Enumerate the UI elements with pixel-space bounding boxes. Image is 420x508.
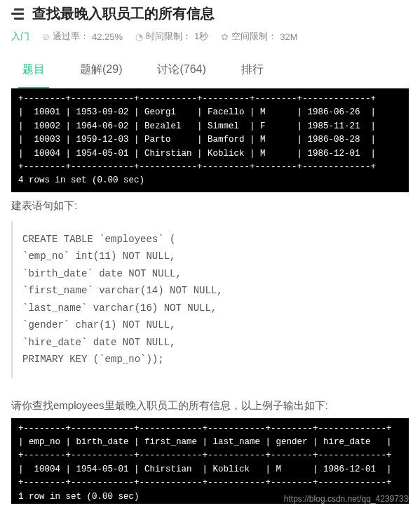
- space-limit-label: 空间限制：: [231, 30, 277, 43]
- pass-rate-value: 42.25%: [92, 32, 123, 42]
- time-limit-label: 时间限制：: [146, 30, 191, 43]
- page-title: 查找最晚入职员工的所有信息: [32, 4, 215, 23]
- create-table-sql: CREATE TABLE `employees` ( `emp_no` int(…: [11, 221, 409, 378]
- tab-discuss[interactable]: 讨论(764): [153, 53, 210, 88]
- section-heading: 建表语句如下:: [0, 192, 420, 218]
- tab-solutions[interactable]: 题解(29): [76, 53, 126, 88]
- clock-icon: ◔: [135, 32, 143, 42]
- tabs: 题目 题解(29) 讨论(764) 排行: [0, 53, 420, 88]
- pass-rate-label: 通过率：: [53, 30, 89, 43]
- menu-icon[interactable]: [11, 8, 25, 20]
- tab-problem[interactable]: 题目: [18, 53, 49, 88]
- terminal-output-bottom: +--------+------------+------------+----…: [11, 418, 409, 504]
- tab-rank[interactable]: 排行: [237, 53, 268, 88]
- gear-icon: ✿: [221, 32, 229, 42]
- check-icon: ⊘: [42, 32, 50, 42]
- pass-rate: ⊘ 通过率： 42.25%: [42, 30, 123, 43]
- time-limit-value: 1秒: [194, 30, 208, 43]
- space-limit: ✿ 空间限制： 32M: [221, 30, 297, 43]
- watermark: https://blog.csdn.net/qq_42397330: [0, 494, 420, 504]
- terminal-output-top: +--------+------------+-----------+-----…: [11, 88, 409, 192]
- time-limit: ◔ 时间限制： 1秒: [135, 30, 208, 43]
- difficulty-level: 入门: [11, 30, 29, 43]
- prompt-text: 请你查找employees里最晚入职员工的所有信息，以上例子输出如下:: [0, 387, 420, 418]
- meta-row: 入门 ⊘ 通过率： 42.25% ◔ 时间限制： 1秒 ✿ 空间限制： 32M: [0, 26, 420, 53]
- space-limit-value: 32M: [280, 32, 297, 42]
